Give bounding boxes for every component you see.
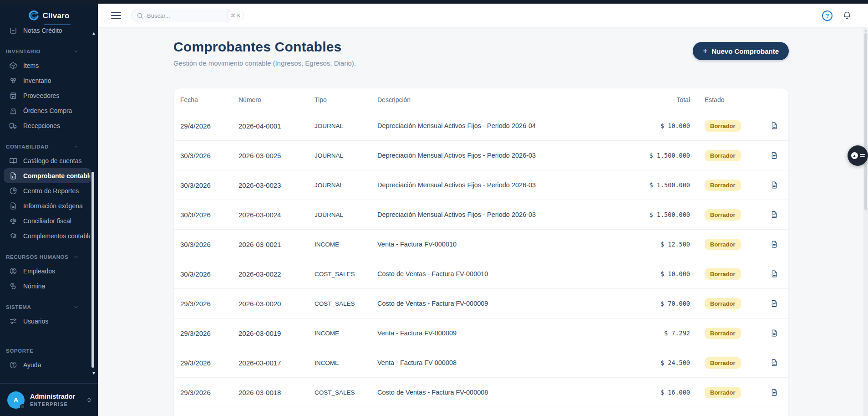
cell-tipo: COST_SALES xyxy=(315,389,377,396)
table-row[interactable]: 29/3/20262026-03-0016COST_SALESCosto de … xyxy=(174,407,788,416)
chevron-down-icon xyxy=(73,304,79,310)
sidebar-item-label: Proveedores xyxy=(23,92,59,99)
file-text-icon[interactable] xyxy=(770,270,778,278)
cell-fecha: 29/3/2026 xyxy=(180,300,239,308)
cell-tipo: JOURNAL xyxy=(315,152,377,159)
sidebar-scroll-down-arrow[interactable]: ▼ xyxy=(91,371,97,375)
sidebar-item-n-mina[interactable]: Nómina xyxy=(0,278,98,293)
status-badge: Borrador xyxy=(705,239,741,250)
file-text-icon[interactable] xyxy=(770,122,778,130)
devtools-floating-button[interactable]: ▲ xyxy=(848,145,868,166)
sidebar-item-ayuda[interactable]: Ayuda xyxy=(0,357,98,372)
scrollbar-thumb[interactable] xyxy=(864,33,867,210)
sidebar-item-label: Empleados xyxy=(23,267,55,275)
sidebar-item-label: Recepciones xyxy=(23,122,60,129)
sidebar-item-proveedores[interactable]: Proveedores xyxy=(0,88,98,103)
table-row[interactable]: 29/3/20262026-03-0019INCOMEVenta - Factu… xyxy=(174,318,788,348)
user-plan-badge: ENTERPRISE xyxy=(30,401,75,407)
sidebar-item-comprobante-contable[interactable]: Comprobante contable xyxy=(4,168,91,183)
table-row[interactable]: 29/3/20262026-03-0017INCOMEVenta - Factu… xyxy=(174,348,788,378)
file-text-icon[interactable] xyxy=(770,151,778,159)
menu-toggle-button[interactable] xyxy=(111,12,121,19)
sidebar-item-centro-de-reportes[interactable]: Centro de Reportes xyxy=(0,183,98,198)
sidebar-item-items[interactable]: Items xyxy=(0,58,98,73)
cell-descripcion: Venta - Factura FV-000009 xyxy=(377,329,604,337)
sidebar-item-label: Órdenes Compra xyxy=(23,107,72,114)
table-row[interactable]: 30/3/20262026-03-0024JOURNALDepreciación… xyxy=(174,200,788,230)
sidebar-item-usuarios[interactable]: Usuarios xyxy=(0,313,98,329)
cell-fecha: 30/3/2026 xyxy=(180,152,239,159)
sidebar-section-title: RECURSOS HUMANOS xyxy=(6,254,68,260)
sidebar-scroll-up-arrow[interactable]: ▲ xyxy=(91,31,97,36)
cell-descripcion: Depreciación Mensual Activos Fijos - Per… xyxy=(377,181,604,189)
file-text-icon[interactable] xyxy=(770,240,778,248)
minus-square-icon xyxy=(9,28,17,35)
sidebar-section-3[interactable]: SISTEMA xyxy=(0,301,98,313)
sidebar-item-informaci-n-ex-gena[interactable]: Información exógena xyxy=(0,198,98,213)
cell-numero: 2026-03-0019 xyxy=(239,329,315,337)
user-menu[interactable]: A Administrador ENTERPRISE xyxy=(0,383,98,416)
sidebar-item-recepciones[interactable]: Recepciones xyxy=(0,118,98,133)
sidebar-item-inventario[interactable]: Inventario xyxy=(0,73,98,88)
sidebar-item-label: Usuarios xyxy=(23,318,48,325)
table-row[interactable]: 30/3/20262026-03-0023JOURNALDepreciación… xyxy=(174,170,788,200)
sidebar-section-4[interactable]: SOPORTE xyxy=(0,344,98,357)
status-dot xyxy=(20,404,25,409)
column-header-numero: Número xyxy=(239,96,315,103)
table-header-row: Fecha Número Tipo Descripción Total Esta… xyxy=(174,88,788,111)
help-icon[interactable]: ? xyxy=(822,10,832,21)
cell-fecha: 30/3/2026 xyxy=(180,181,239,189)
cell-total: $ 7.292 xyxy=(604,329,690,337)
new-voucher-button[interactable]: + Nuevo Comprobante xyxy=(693,42,789,60)
scrollbar-up-arrow[interactable]: ▲ xyxy=(864,29,868,32)
column-header-tipo: Tipo xyxy=(315,96,377,103)
file-spreadsheet-icon xyxy=(9,202,17,210)
page-scrollbar[interactable]: ▲ xyxy=(863,28,868,416)
table-row[interactable]: 29/4/20262026-04-0001JOURNALDepreciación… xyxy=(174,111,788,141)
sidebar-item--rdenes-compra[interactable]: Órdenes Compra xyxy=(0,103,98,118)
cell-numero: 2026-03-0020 xyxy=(239,300,315,308)
topbar: ⌘ K ? xyxy=(98,4,868,28)
devtools-logo-icon: ▲ xyxy=(851,152,858,159)
sidebar-item-cat-logo-de-cuentas[interactable]: Catálogo de cuentas xyxy=(0,153,98,168)
file-text-icon[interactable] xyxy=(770,181,778,189)
cell-total: $ 1.500.000 xyxy=(604,211,690,218)
global-search[interactable]: ⌘ K xyxy=(131,9,232,22)
table-row[interactable]: 30/3/20262026-03-0022COST_SALESCosto de … xyxy=(174,259,788,289)
cell-numero: 2026-03-0023 xyxy=(239,181,315,189)
user-name: Administrador xyxy=(30,393,75,401)
sidebar-section-0[interactable]: INVENTARIO xyxy=(0,45,98,58)
sidebar-section-1[interactable]: CONTABILIDAD xyxy=(0,140,98,153)
sidebar-item-notas-credito[interactable]: Notas Crédito xyxy=(0,28,98,38)
sidebar-item-complementos-contables[interactable]: Complementos contables xyxy=(0,228,98,243)
cell-numero: 2026-04-0001 xyxy=(239,122,315,130)
brand-logo[interactable]: Clivaro xyxy=(0,4,98,25)
file-text-icon[interactable] xyxy=(770,388,778,396)
main-area: ⌘ K ? Comprobantes Contables Gestión de … xyxy=(98,4,868,416)
sidebar-item-label: Centro de Reportes xyxy=(23,187,79,195)
store-icon xyxy=(9,92,17,100)
notifications-bell-icon[interactable] xyxy=(843,11,852,20)
file-text-icon[interactable] xyxy=(770,211,778,219)
sidebar-item-label: Notas Crédito xyxy=(23,28,62,34)
sidebar-nav: Notas CréditoINVENTARIOItemsInventarioPr… xyxy=(0,28,98,384)
cell-total: $ 1.500.000 xyxy=(604,152,690,159)
sidebar-section-2[interactable]: RECURSOS HUMANOS xyxy=(0,251,98,263)
sidebar-scrollbar[interactable] xyxy=(91,172,94,368)
file-digit-icon xyxy=(9,172,17,180)
search-input[interactable] xyxy=(147,12,227,19)
vouchers-table-card: Fecha Número Tipo Descripción Total Esta… xyxy=(173,88,789,416)
page-content: Comprobantes Contables Gestión de movimi… xyxy=(98,28,868,416)
table-row[interactable]: 30/3/20262026-03-0025JOURNALDepreciación… xyxy=(174,141,788,170)
file-text-icon[interactable] xyxy=(770,299,778,308)
sidebar-item-empleados[interactable]: Empleados xyxy=(0,263,98,278)
cell-fecha: 30/3/2026 xyxy=(180,270,239,278)
table-row[interactable]: 29/3/20262026-03-0018COST_SALESCosto de … xyxy=(174,378,788,407)
file-text-icon[interactable] xyxy=(770,329,778,337)
file-text-icon[interactable] xyxy=(770,359,778,367)
table-row[interactable]: 30/3/20262026-03-0021INCOMEVenta - Factu… xyxy=(174,230,788,259)
table-row[interactable]: 29/3/20262026-03-0020COST_SALESCosto de … xyxy=(174,289,788,318)
sidebar-item-conciliador-fiscal[interactable]: Conciliador fiscal xyxy=(0,213,98,228)
sidebar: Clivaro Notas CréditoINVENTARIOItemsInve… xyxy=(0,4,98,416)
cell-fecha: 29/4/2026 xyxy=(180,122,239,130)
